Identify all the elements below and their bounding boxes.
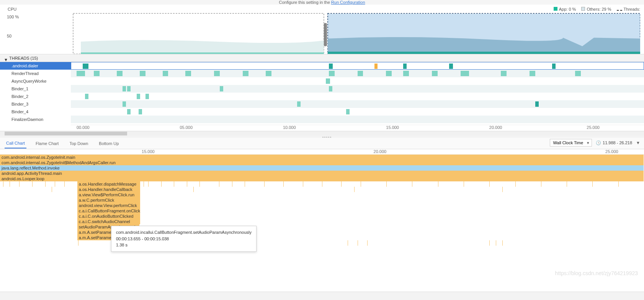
app-swatch xyxy=(554,7,557,11)
ruler-tick: 25.000 xyxy=(605,149,618,154)
legend-app: App: 0 % xyxy=(559,7,576,11)
axis-tick: 05.000 xyxy=(180,125,193,130)
others-swatch xyxy=(581,7,585,11)
ruler-tick: 20.000 xyxy=(374,149,387,154)
threads-header[interactable]: ▼ THREADS (15) xyxy=(0,54,644,62)
time-mode-dropdown[interactable]: Wall Clock Time xyxy=(550,139,592,147)
call-chart-body[interactable]: 15.000 20.000 25.000 com.android.interna… xyxy=(0,149,644,291)
cpu-y-50: 50 xyxy=(7,34,11,38)
resize-grip-icon[interactable] xyxy=(322,134,333,136)
threads-count: THREADS (15) xyxy=(9,56,38,60)
svg-rect-3 xyxy=(324,23,327,46)
thread-row[interactable]: .android.dialer xyxy=(0,62,71,70)
time-range-value: 11.988 - 26.218 xyxy=(603,140,632,145)
tooltip-duration: 1.38 s xyxy=(116,242,252,248)
tooltip-time: 00:00:13.655 - 00:00:15.038 xyxy=(116,236,252,242)
chart-tabs: Call Chart Flame Chart Top Down Bottom U… xyxy=(0,138,644,149)
watermark: https://blog.csdn.net/zjy764219923 xyxy=(555,270,638,276)
tab-flame-chart[interactable]: Flame Chart xyxy=(34,139,60,148)
thread-lane[interactable] xyxy=(71,85,644,93)
status-bar xyxy=(0,292,644,300)
legend-threads: Threads: xyxy=(624,7,640,11)
thread-lane[interactable] xyxy=(71,116,644,123)
stack-frame[interactable]: a.os.Handler.handleCallback xyxy=(77,187,141,192)
tab-bottom-up[interactable]: Bottom Up xyxy=(97,139,120,148)
thread-lane[interactable] xyxy=(71,62,644,70)
ruler-tick: 15.000 xyxy=(142,149,155,154)
thread-row[interactable]: Binder_2 xyxy=(0,93,71,100)
thread-row[interactable]: RenderThread xyxy=(0,70,71,77)
stack-frame[interactable]: android.app.ActivityThread.main xyxy=(0,171,644,176)
thread-names-column: .android.dialer RenderThread AsyncQueryW… xyxy=(0,62,71,131)
time-range-display: 🕓 11.988 - 26.218 xyxy=(596,140,632,145)
stack-frame[interactable]: android.view.View.performClick xyxy=(77,203,141,208)
stack-frame[interactable]: c.a.i.C.onAudioButtonClicked xyxy=(77,214,141,219)
banner-text: Configure this setting in the xyxy=(279,0,331,5)
thread-row[interactable]: Binder_1 xyxy=(0,85,71,93)
threads-swatch xyxy=(617,10,622,11)
call-chart-ruler: 15.000 20.000 25.000 xyxy=(0,149,644,155)
stack-frame[interactable]: a.w.C.performClick xyxy=(77,197,141,203)
thread-row[interactable]: Binder_4 xyxy=(0,108,71,116)
stack-frame[interactable]: com.android.internal.os.ZygoteInit$Metho… xyxy=(0,160,644,165)
config-banner: Configure this setting in the Run Config… xyxy=(0,0,644,5)
stack-frame[interactable]: c.a.i.C.switchAudioChannel xyxy=(77,219,141,224)
clock-icon: 🕓 xyxy=(596,140,601,145)
cpu-chart[interactable] xyxy=(23,11,640,54)
stack-frame[interactable]: a.view.View$PerformClick.run xyxy=(77,192,141,197)
axis-tick: 20.000 xyxy=(489,125,502,130)
tab-top-down[interactable]: Top Down xyxy=(68,139,90,148)
thread-lane[interactable] xyxy=(71,100,644,108)
thread-lane[interactable] xyxy=(71,93,644,100)
thread-lane[interactable] xyxy=(71,77,644,85)
stack-frame[interactable]: android.os.Looper.loop xyxy=(0,176,644,181)
scrollbar-thumb[interactable] xyxy=(5,132,127,135)
thread-lane[interactable] xyxy=(71,108,644,116)
thread-lane[interactable] xyxy=(71,70,644,77)
stack-frame[interactable]: java.lang.reflect.Method.invoke xyxy=(0,165,644,171)
axis-tick: 15.000 xyxy=(386,125,399,130)
axis-tick: 10.000 xyxy=(283,125,296,130)
legend-others: Others: 29 % xyxy=(587,7,611,11)
stack-frame[interactable]: a.os.Handler.dispatchMessage xyxy=(77,181,141,187)
thread-row[interactable]: AsyncQueryWorke xyxy=(0,77,71,85)
cpu-legend: App: 0 % Others: 29 % Threads: xyxy=(554,7,640,11)
tooltip-method: com.android.incallui.CallButtonFragment.… xyxy=(116,229,252,236)
thread-lanes[interactable]: 00.000 05.000 10.000 15.000 20.000 25.00… xyxy=(71,62,644,131)
cpu-y-100: 100 % xyxy=(7,15,19,19)
run-config-link[interactable]: Run Configuration xyxy=(331,0,365,5)
axis-tick: 25.000 xyxy=(587,125,600,130)
stack-tooltip: com.android.incallui.CallButtonFragment.… xyxy=(111,226,257,252)
filter-icon[interactable]: ▼ xyxy=(636,140,640,145)
cpu-timeline-panel[interactable]: CPU 100 % 50 App: 0 % Others: 29 % Threa… xyxy=(0,5,644,54)
thread-row[interactable]: Binder_3 xyxy=(0,100,71,108)
cpu-label: CPU xyxy=(8,7,16,11)
thread-row[interactable]: FinalizerDaemon xyxy=(0,116,71,123)
tab-call-chart[interactable]: Call Chart xyxy=(5,139,26,148)
threads-panel: .android.dialer RenderThread AsyncQueryW… xyxy=(0,62,644,131)
axis-tick: 00.000 xyxy=(77,125,90,130)
stack-frame[interactable]: com.android.internal.os.ZygoteInit.main xyxy=(0,155,644,160)
stack-frame[interactable]: c.a.i.CallButtonFragment.onClick xyxy=(77,208,141,214)
